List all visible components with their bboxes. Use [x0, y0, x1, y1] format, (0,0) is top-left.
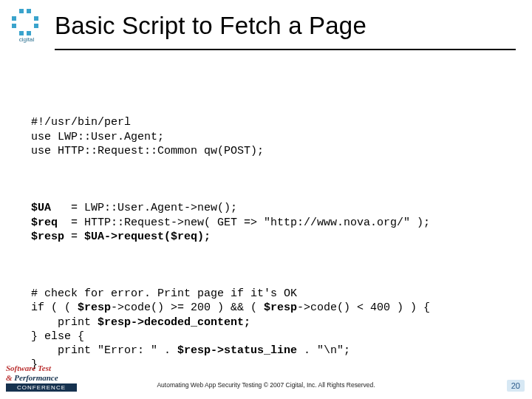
code-call: $resp->decoded_content;	[98, 316, 250, 329]
svg-rect-2	[12, 16, 16, 21]
svg-rect-1	[27, 9, 31, 13]
svg-rect-7	[34, 24, 38, 28]
code-text: print	[31, 316, 98, 329]
code-call: $resp->status_line	[177, 344, 297, 357]
code-listing: #!/usr/bin/perl use LWP::User.Agent; use…	[31, 87, 510, 399]
svg-text:Software Test: Software Test	[6, 364, 52, 372]
code-var: $resp	[78, 301, 111, 314]
code-block-3: # check for error. Print page if it's OK…	[31, 287, 510, 372]
logo-icon: cigital	[9, 7, 44, 43]
code-var: $resp	[31, 231, 64, 243]
code-var: $req	[31, 216, 58, 229]
svg-rect-0	[19, 9, 24, 13]
slide-title: Basic Script to Fetch a Page	[55, 12, 366, 40]
code-block-2: $UA = LWP::User.Agent->new(); $req = HTT…	[31, 201, 510, 244]
svg-rect-3	[34, 16, 38, 21]
code-line: use HTTP::Request::Common qw(POST);	[31, 145, 264, 157]
code-text: . "\n";	[297, 344, 350, 357]
page-number: 20	[507, 380, 525, 392]
code-text: if ( (	[31, 301, 78, 314]
code-line: } else {	[31, 330, 84, 343]
code-text: =	[64, 231, 84, 243]
svg-rect-6	[27, 31, 31, 35]
code-line: #!/usr/bin/perl	[31, 116, 131, 129]
code-call: $UA->request($req);	[84, 231, 211, 243]
svg-rect-4	[12, 24, 16, 28]
code-text: print "Error: " .	[31, 344, 177, 357]
code-text: ->code() >= 200 ) && (	[111, 301, 264, 314]
code-line: # check for error. Print page if it's OK	[31, 287, 297, 300]
code-text: ->code() < 400 ) ) {	[297, 301, 430, 314]
code-var: $resp	[264, 301, 297, 314]
cigital-logo: cigital	[9, 7, 44, 43]
code-line: use LWP::User.Agent;	[31, 131, 164, 143]
code-var: $UA	[31, 202, 51, 214]
code-text: = LWP::User.Agent->new();	[51, 202, 237, 214]
footer-copyright: Automating Web App Security Testing © 20…	[0, 381, 532, 389]
svg-rect-5	[19, 31, 24, 35]
conf-l1: Software Test	[6, 364, 52, 372]
title-rule	[55, 49, 516, 50]
logo-text: cigital	[19, 36, 35, 43]
slide: cigital Basic Script to Fetch a Page #!/…	[0, 0, 532, 399]
code-block-1: #!/usr/bin/perl use LWP::User.Agent; use…	[31, 115, 510, 158]
code-text: = HTTP::Request->new( GET => "http://www…	[58, 216, 430, 229]
